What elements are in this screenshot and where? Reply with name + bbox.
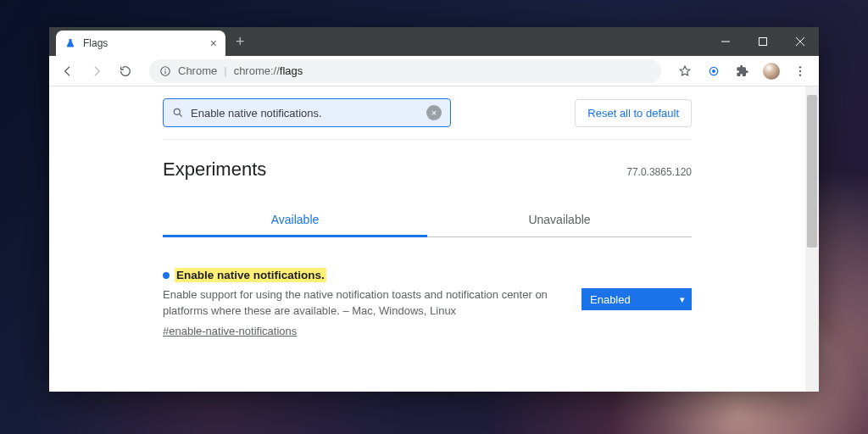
scrollbar-thumb[interactable] xyxy=(807,95,817,248)
clear-search-icon[interactable]: × xyxy=(426,105,442,120)
flag-state-value: Enabled xyxy=(590,293,631,306)
tab-close-icon[interactable]: × xyxy=(210,37,217,49)
close-button[interactable] xyxy=(782,28,819,55)
extensions-icon[interactable] xyxy=(731,59,754,83)
flags-tabs: Available Unavailable xyxy=(163,204,692,237)
titlebar: Flags × + xyxy=(49,27,819,56)
page-title: Experiments xyxy=(163,159,266,181)
vertical-scrollbar[interactable] xyxy=(805,86,819,392)
svg-point-4 xyxy=(712,70,715,73)
svg-point-2 xyxy=(164,68,165,69)
tab-available[interactable]: Available xyxy=(163,204,427,237)
svg-rect-0 xyxy=(760,38,767,46)
svg-point-5 xyxy=(799,66,801,68)
new-tab-button[interactable]: + xyxy=(225,33,255,51)
url-divider: | xyxy=(224,64,226,77)
tab-unavailable[interactable]: Unavailable xyxy=(427,204,692,236)
bookmark-star-icon[interactable] xyxy=(673,59,697,83)
svg-point-6 xyxy=(799,70,801,71)
flask-icon xyxy=(64,37,76,49)
browser-tab[interactable]: Flags × xyxy=(56,31,225,56)
flag-modified-dot-icon xyxy=(163,272,170,279)
svg-point-7 xyxy=(799,74,801,75)
forward-button[interactable] xyxy=(85,59,108,83)
flags-search-field[interactable]: × xyxy=(163,98,451,127)
browser-window: Flags × + Chrome | chrome://flags xyxy=(49,27,819,392)
site-info-icon[interactable] xyxy=(159,65,171,77)
address-bar[interactable]: Chrome | chrome://flags xyxy=(149,59,661,83)
flag-title: Enable native notifications. xyxy=(175,268,326,282)
reload-button[interactable] xyxy=(114,59,137,83)
back-button[interactable] xyxy=(56,59,80,83)
flag-description: Enable support for using the native noti… xyxy=(163,287,568,320)
window-controls xyxy=(707,27,819,56)
tab-title: Flags xyxy=(83,37,203,49)
profile-avatar[interactable] xyxy=(760,59,783,83)
search-icon xyxy=(172,107,184,119)
flag-hash-link[interactable]: #enable-native-notifications xyxy=(163,325,297,337)
toolbar: Chrome | chrome://flags xyxy=(49,56,819,86)
url-scheme: Chrome xyxy=(178,64,217,77)
flags-search-input[interactable] xyxy=(191,107,420,120)
maximize-button[interactable] xyxy=(744,28,782,55)
extension-badge-icon[interactable] xyxy=(702,59,726,83)
svg-point-8 xyxy=(174,108,180,114)
page-content: × Reset all to default Experiments 77.0.… xyxy=(49,86,805,392)
minimize-button[interactable] xyxy=(707,28,744,55)
flag-row: Enable native notifications. Enable supp… xyxy=(163,268,692,337)
flag-state-select[interactable]: Enabled xyxy=(581,288,692,310)
reset-all-button[interactable]: Reset all to default xyxy=(575,99,692,127)
url-text: chrome://flags xyxy=(234,64,303,77)
chrome-version: 77.0.3865.120 xyxy=(626,166,692,178)
menu-kebab-icon[interactable] xyxy=(788,59,812,83)
